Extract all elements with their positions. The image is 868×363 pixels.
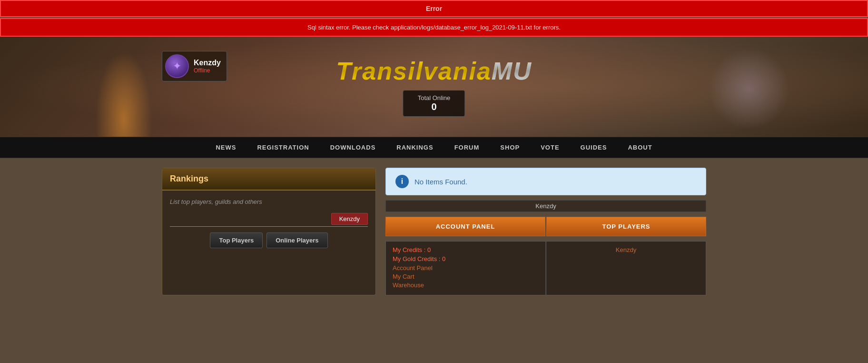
no-items-text: No Items Found.: [414, 178, 467, 186]
top-players-side-panel: Kenzdy: [546, 241, 706, 295]
rankings-body: List top players, guilds and others Kenz…: [162, 191, 375, 256]
username-bar: Kenzdy: [385, 200, 706, 212]
rankings-header: Rankings: [162, 168, 375, 191]
logo-transilvania: Transilvania: [336, 57, 492, 85]
nav-registration[interactable]: REGISTRATION: [247, 137, 319, 158]
tab-account-panel[interactable]: ACCOUNT PANEL: [385, 217, 545, 236]
search-username-display: Kenzdy: [331, 213, 368, 225]
avatar: ✦: [165, 54, 189, 78]
nav-rankings[interactable]: RANKINGS: [386, 137, 444, 158]
logo-text: TransilvaniaMU: [336, 57, 532, 85]
logo-mu: MU: [492, 57, 532, 85]
credits-label: My Credits :: [393, 246, 425, 253]
error-detail-text: Sql sintax error. Please check applicati…: [307, 24, 561, 31]
top-player-name: Kenzdy: [553, 246, 699, 253]
account-panel-link[interactable]: Account Panel: [393, 264, 539, 272]
account-info-panel: My Credits : 0 My Gold Credits : 0 Accou…: [385, 241, 546, 295]
gold-credits-row: My Gold Credits : 0: [393, 255, 539, 262]
main-content: Rankings List top players, guilds and ot…: [0, 158, 868, 305]
nav-about[interactable]: ABOUT: [617, 137, 662, 158]
total-online-count: 0: [418, 101, 451, 112]
hero-figure-right: [701, 41, 797, 137]
total-online-label: Total Online: [418, 94, 451, 101]
rankings-panel: Rankings List top players, guilds and ot…: [162, 168, 376, 295]
credits-value: 0: [427, 246, 431, 253]
search-hint: List top players, guilds and others: [170, 198, 368, 205]
info-icon: i: [395, 175, 409, 188]
user-info: Kenzdy Offline: [194, 59, 221, 74]
gold-credits-label: My Gold Credits :: [393, 255, 440, 262]
nav-shop[interactable]: SHOP: [490, 137, 530, 158]
credits-row: My Credits : 0: [393, 246, 539, 253]
nav-vote[interactable]: VOTE: [530, 137, 570, 158]
user-name: Kenzdy: [194, 59, 221, 67]
main-nav: NEWS REGISTRATION DOWNLOADS RANKINGS FOR…: [0, 137, 868, 158]
tab-top-players[interactable]: TOP PLAYERS: [546, 217, 706, 236]
online-players-button[interactable]: Online Players: [266, 232, 327, 248]
gold-credits-value: 0: [442, 255, 445, 262]
total-online-box: Total Online 0: [403, 90, 465, 117]
error-detail-bar: Sql sintax error. Please check applicati…: [0, 18, 868, 37]
nav-forum[interactable]: FORUM: [444, 137, 490, 158]
error-title-text: Error: [426, 5, 442, 12]
nav-guides[interactable]: GUIDES: [570, 137, 618, 158]
user-profile: ✦ Kenzdy Offline: [162, 51, 227, 81]
action-buttons: Top Players Online Players: [170, 232, 368, 248]
site-logo: TransilvaniaMU: [336, 57, 532, 85]
nav-downloads[interactable]: DOWNLOADS: [320, 137, 386, 158]
avatar-icon: ✦: [173, 60, 181, 72]
no-items-box: i No Items Found.: [385, 168, 706, 195]
hero-figure-left: [95, 51, 152, 137]
search-input-wrapper: Kenzdy: [170, 213, 368, 227]
nav-news[interactable]: NEWS: [205, 137, 247, 158]
top-players-button[interactable]: Top Players: [210, 232, 263, 248]
my-cart-link[interactable]: My Cart: [393, 273, 539, 280]
rankings-title: Rankings: [170, 174, 208, 183]
right-panel: i No Items Found. Kenzdy ACCOUNT PANEL T…: [385, 168, 706, 295]
hero-center: TransilvaniaMU Total Online 0: [336, 57, 532, 117]
warehouse-link[interactable]: Warehouse: [393, 282, 539, 289]
side-panels-row: My Credits : 0 My Gold Credits : 0 Accou…: [385, 241, 706, 295]
user-status: Offline: [194, 67, 221, 74]
side-tabs: ACCOUNT PANEL TOP PLAYERS: [385, 217, 706, 236]
error-title-bar: Error: [0, 0, 868, 17]
hero-section: ✦ Kenzdy Offline TransilvaniaMU Total On…: [0, 37, 868, 137]
